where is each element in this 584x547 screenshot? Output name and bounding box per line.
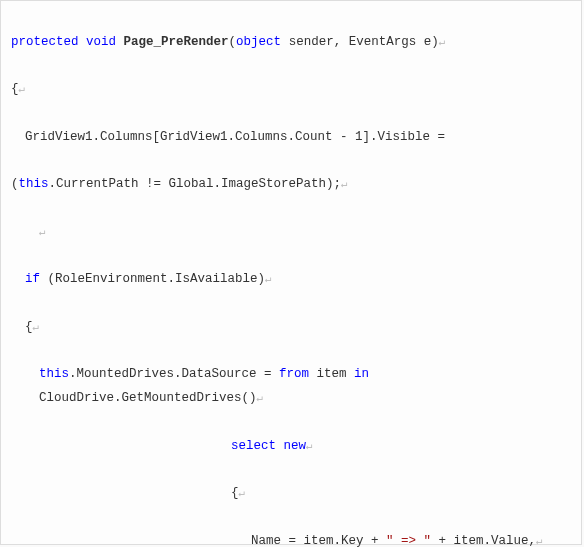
- string-literal: " => ": [386, 534, 431, 548]
- line-end-icon: ↵: [33, 321, 40, 333]
- line-end-icon: ↵: [265, 273, 272, 285]
- keyword: new: [284, 439, 307, 453]
- line-end-icon: ↵: [19, 83, 26, 95]
- line-end-icon: ↵: [306, 440, 313, 452]
- keyword: select: [231, 439, 276, 453]
- code-line: Name = item.Key + " => " + item.Value,↵: [11, 530, 571, 548]
- line-end-icon: ↵: [439, 36, 446, 48]
- code-line: select new↵: [11, 435, 571, 459]
- keyword: object: [236, 35, 281, 49]
- keyword: if: [25, 272, 40, 286]
- line-end-icon: ↵: [341, 178, 348, 190]
- code-line: {↵: [11, 482, 571, 506]
- keyword: from: [279, 367, 309, 381]
- keyword: void: [86, 35, 116, 49]
- code-line: protected void Page_PreRender(object sen…: [11, 31, 571, 55]
- line-end-icon: ↵: [536, 535, 543, 547]
- keyword: protected: [11, 35, 79, 49]
- line-end-icon: ↵: [39, 226, 46, 238]
- code-line: if (RoleEnvironment.IsAvailable)↵: [11, 268, 571, 292]
- keyword: in: [354, 367, 369, 381]
- code-line: ↵: [11, 221, 571, 245]
- method-name: Page_PreRender: [124, 35, 229, 49]
- code-block: protected void Page_PreRender(object sen…: [0, 0, 582, 545]
- code-line: (this.CurrentPath != Global.ImageStorePa…: [11, 173, 571, 197]
- line-end-icon: ↵: [239, 487, 246, 499]
- line-end-icon: ↵: [257, 392, 264, 404]
- keyword: this: [39, 367, 69, 381]
- code-line: {↵: [11, 78, 571, 102]
- keyword: this: [19, 177, 49, 191]
- code-line: GridView1.Columns[GridView1.Columns.Coun…: [11, 126, 571, 150]
- code-line: this.MountedDrives.DataSource = from ite…: [11, 363, 571, 411]
- code-line: {↵: [11, 316, 571, 340]
